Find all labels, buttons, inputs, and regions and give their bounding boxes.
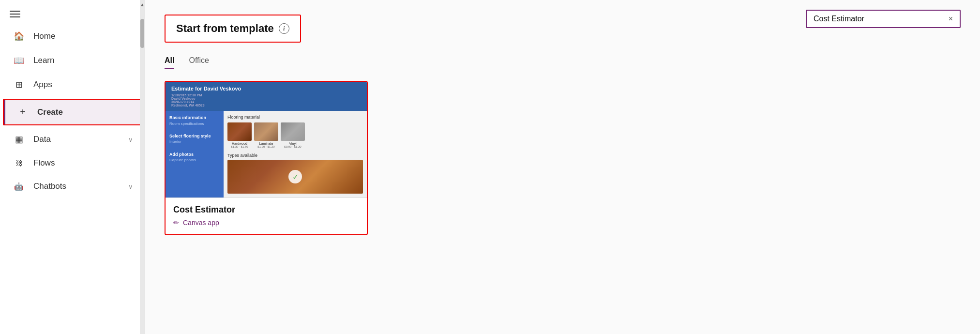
pencil-icon: ✏ bbox=[173, 219, 179, 227]
sidebar-photos-label: Add photos bbox=[169, 152, 220, 158]
app-header-meta: 1/13/2015 12:30 PMDavid Veskovo3028-170 … bbox=[171, 93, 361, 107]
swatch-hardwood-color bbox=[227, 122, 252, 141]
swatch-vinyl-color bbox=[281, 122, 305, 141]
sidebar-photos-sub: Capture photos bbox=[169, 157, 220, 163]
swatch-vinyl-price: $0.90 - $1.20 bbox=[281, 145, 305, 148]
sidebar-basic-info-sub: Room specifications bbox=[169, 121, 220, 126]
sidebar-item-label: Create bbox=[37, 107, 63, 117]
card-type-label: Canvas app bbox=[183, 219, 219, 227]
data-icon: ▦ bbox=[13, 134, 25, 145]
search-box-container: × bbox=[806, 10, 961, 28]
swatch-laminate-color bbox=[254, 122, 278, 141]
chatbots-icon: 🤖 bbox=[13, 182, 25, 191]
flows-icon: ⛓ bbox=[13, 159, 25, 167]
scroll-up-arrow[interactable]: ▲ bbox=[140, 0, 145, 9]
swatch-hardwood-price: $1.30 - $1.50 bbox=[227, 145, 252, 148]
search-box: × bbox=[806, 10, 961, 28]
hamburger-menu[interactable] bbox=[0, 0, 145, 24]
tab-office[interactable]: Office bbox=[189, 56, 209, 69]
sidebar-item-label: Home bbox=[33, 31, 55, 41]
sidebar-basic-info: Basic information Room specifications bbox=[169, 115, 220, 126]
tab-all[interactable]: All bbox=[165, 56, 174, 69]
sidebar-photos: Add photos Capture photos bbox=[169, 152, 220, 163]
sidebar-scrollbar[interactable]: ▲ bbox=[140, 0, 145, 334]
sidebar-item-label: Data bbox=[33, 135, 51, 144]
sidebar-item-create-container: + Create bbox=[3, 99, 142, 125]
sidebar-item-flows[interactable]: ⛓ Flows bbox=[0, 152, 145, 175]
app-header: Estimate for David Veskovo 1/13/2015 12:… bbox=[166, 82, 367, 111]
section-header: Start from template i bbox=[165, 15, 301, 43]
swatch-hardwood-label: Hardwood bbox=[227, 142, 252, 145]
section-title: Start from template bbox=[176, 22, 274, 35]
card-type: ✏ Canvas app bbox=[173, 219, 359, 227]
data-chevron: ∨ bbox=[128, 136, 133, 143]
swatch-laminate-price: $1.20 - $1.20 bbox=[254, 145, 278, 148]
chatbots-chevron: ∨ bbox=[128, 183, 133, 190]
swatch-laminate: Laminate $1.20 - $1.20 bbox=[254, 122, 278, 148]
create-icon: + bbox=[17, 106, 29, 118]
sidebar-item-home[interactable]: 🏠 Home bbox=[0, 24, 145, 48]
sidebar: ▲ 🏠 Home 📖 Learn ⊞ Apps + Create ▦ Data … bbox=[0, 0, 145, 334]
sidebar-item-label: Learn bbox=[33, 56, 54, 65]
app-mockup: Estimate for David Veskovo 1/13/2015 12:… bbox=[166, 82, 367, 198]
types-available-label: Types available bbox=[227, 153, 363, 158]
info-icon[interactable]: i bbox=[279, 23, 289, 34]
flooring-material-label: Flooring material bbox=[227, 115, 363, 120]
learn-icon: 📖 bbox=[13, 55, 25, 66]
swatch-vinyl: Vinyl $0.90 - $1.20 bbox=[281, 122, 305, 148]
app-mockup-content: Flooring material Hardwood $1.30 - $1.50… bbox=[224, 111, 367, 197]
app-mockup-sidebar: Basic information Room specifications Se… bbox=[166, 111, 224, 197]
tabs-container: All Office bbox=[165, 56, 961, 69]
swatch-laminate-label: Laminate bbox=[254, 142, 278, 145]
sidebar-flooring-sub: Interior bbox=[169, 139, 220, 144]
apps-icon: ⊞ bbox=[13, 79, 25, 90]
sidebar-item-label: Flows bbox=[33, 158, 55, 168]
sidebar-basic-info-label: Basic information bbox=[169, 115, 220, 121]
card-title: Cost Estimator bbox=[173, 205, 359, 215]
template-card-cost-estimator[interactable]: Estimate for David Veskovo 1/13/2015 12:… bbox=[165, 81, 368, 235]
sidebar-item-create[interactable]: + Create bbox=[4, 100, 141, 124]
search-clear-button[interactable]: × bbox=[949, 15, 953, 23]
sidebar-flooring-style: Select flooring style Interior bbox=[169, 133, 220, 145]
main-content: × Start from template i All Office Estim… bbox=[145, 0, 980, 334]
app-mockup-body: Basic information Room specifications Se… bbox=[166, 111, 367, 197]
swatch-hardwood: Hardwood $1.30 - $1.50 bbox=[227, 122, 252, 148]
home-icon: 🏠 bbox=[13, 31, 25, 42]
sidebar-item-apps[interactable]: ⊞ Apps bbox=[0, 73, 145, 97]
swatch-vinyl-label: Vinyl bbox=[281, 142, 305, 145]
card-thumbnail: Estimate for David Veskovo 1/13/2015 12:… bbox=[166, 82, 367, 198]
cards-grid: Estimate for David Veskovo 1/13/2015 12:… bbox=[165, 81, 961, 235]
sidebar-item-data[interactable]: ▦ Data ∨ bbox=[0, 127, 145, 152]
sidebar-item-label: Chatbots bbox=[33, 182, 66, 191]
sidebar-item-label: Apps bbox=[33, 80, 52, 90]
app-header-title: Estimate for David Veskovo bbox=[171, 86, 361, 91]
app-footer: Belarusian Rosewood $7.39/sq ft bbox=[166, 197, 367, 198]
sidebar-item-chatbots[interactable]: 🤖 Chatbots ∨ bbox=[0, 175, 145, 198]
scrollbar-thumb[interactable] bbox=[140, 19, 144, 48]
flooring-big-swatch: ✓ bbox=[227, 160, 363, 194]
card-info: Cost Estimator ✏ Canvas app bbox=[166, 198, 367, 234]
search-input[interactable] bbox=[814, 15, 945, 23]
checkmark-circle: ✓ bbox=[288, 170, 302, 183]
sidebar-item-learn[interactable]: 📖 Learn bbox=[0, 48, 145, 73]
sidebar-flooring-label: Select flooring style bbox=[169, 133, 220, 139]
flooring-swatches: Hardwood $1.30 - $1.50 Laminate $1.20 - … bbox=[227, 122, 363, 148]
